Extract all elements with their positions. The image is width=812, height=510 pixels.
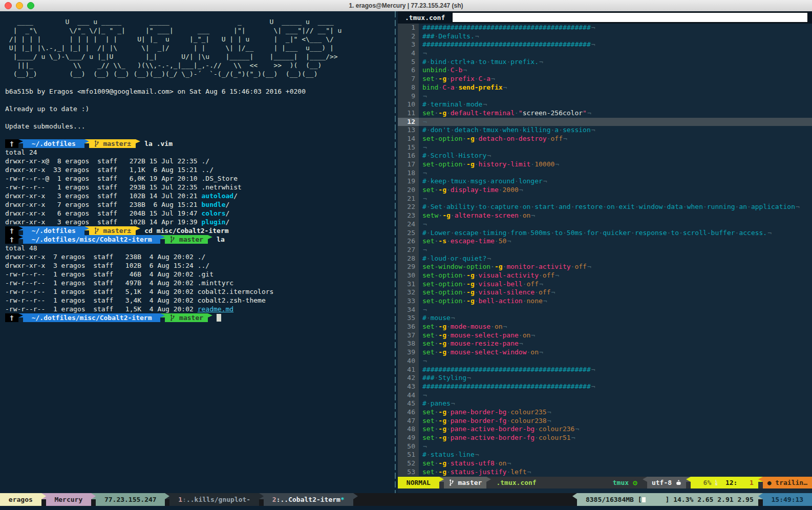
vim-line: 39set·-g·mouse-select-window·on¬ — [398, 348, 812, 357]
git-branch-icon — [169, 314, 175, 322]
vim-code-text: #·Lower·escape·timing·from·500ms·to·50ms… — [419, 229, 812, 238]
vim-code-text: set·-g·status-utf8·on¬ — [419, 459, 812, 468]
file-row: drwxr-xr-x 33 eragos staff 1,1K 6 Aug 15… — [5, 165, 393, 174]
trailing-whitespace-warning: ● trailin… — [763, 477, 812, 488]
vim-line-number: 42 — [398, 374, 419, 383]
gear-icon: ⚙ — [633, 478, 637, 487]
vim-line: 4¬ — [398, 49, 812, 58]
vim-line: 1#######################################… — [398, 24, 812, 32]
vim-code-text: #·mouse¬ — [419, 314, 812, 323]
vim-code-text: set·-g·default-terminal·"screen-256color… — [419, 109, 812, 118]
vim-code-text: set·-g·prefix·C-a¬ — [419, 75, 812, 83]
vim-code-text: set·-g·pane-border-fg·colour238¬ — [419, 417, 812, 426]
file-row: drwxr-xr-x 7 eragos staff 238B 6 Aug 15:… — [5, 200, 393, 209]
shell-pane[interactable]: ____ U ___ u _____ _____ _ U _____ u ___… — [0, 11, 393, 493]
vim-line-number: 43 — [398, 383, 419, 391]
vim-code-text: ¬ — [419, 220, 812, 229]
vim-line-number: 6 — [398, 66, 419, 75]
tmux-window-1[interactable]: 1:..kills/gnuplot- — [169, 493, 259, 506]
vim-line: 38set·-g·mouse-resize-pane¬ — [398, 339, 812, 348]
blank-line — [5, 78, 393, 87]
vim-code-text: #·panes¬ — [419, 399, 812, 408]
vim-line-number: 51 — [398, 451, 419, 459]
prompt-status-segment: † — [5, 313, 18, 322]
powerline-separator — [486, 477, 491, 482]
vim-line: 30set-option·-g·visual-activity·off¬ — [398, 271, 812, 280]
vim-line-number: 16 — [398, 152, 419, 160]
dagger-icon: † — [10, 139, 14, 148]
file-name: ./ — [198, 252, 206, 261]
powerline-separator — [758, 477, 763, 482]
vim-tabline-fill — [452, 12, 808, 23]
file-name[interactable]: readme.md — [198, 305, 233, 313]
vim-code-text: set·-g·pane-active-border-fg·colour51¬ — [419, 434, 812, 442]
vim-line: 14set-option·-g·detach-on-destroy·off¬ — [398, 135, 812, 143]
vim-line: 29set-window-option·-g·monitor-activity·… — [398, 263, 812, 271]
powerline-separator — [353, 493, 358, 499]
prompt-status-segment: † — [5, 226, 18, 235]
vim-line-number: 7 — [398, 75, 419, 83]
file-row: drwxr-xr-x@ 8 eragos staff 272B 15 Jul 2… — [5, 157, 393, 165]
shell-prompt: † ~/.dotfiles master±cd misc/Cobalt2-ite… — [5, 226, 393, 235]
memory-gauge-icon — [642, 497, 666, 502]
vim-line-number: 46 — [398, 408, 419, 417]
vim-code-text: ###·Defaults.¬ — [419, 32, 812, 41]
terminal-window: 1. eragos@Mercury | 77.23.155.247 (sh) _… — [0, 0, 812, 510]
vim-line: 25#·Lower·escape·timing·from·500ms·to·50… — [398, 229, 812, 238]
file-row: drwxr-xr-x 3 eragos staff 102B 6 Aug 15:… — [5, 261, 393, 270]
vim-code-text: set·-g·mode-mouse·on¬ — [419, 323, 812, 331]
file-row: -rw-r--r-- 1 eragos staff 5,1K 4 Aug 20:… — [5, 287, 393, 296]
powerline-separator — [160, 313, 165, 317]
file-name: .DS_Store — [202, 174, 238, 183]
powerline-separator — [643, 477, 647, 482]
vim-mode-indicator: NORMAL — [398, 477, 439, 488]
vim-buffer[interactable]: 1#######################################… — [398, 24, 812, 476]
tmux-pane-border[interactable] — [393, 11, 398, 493]
vim-pane[interactable]: .tmux.conf 1############################… — [398, 11, 812, 493]
file-row: drwxr-xr-x 7 eragos staff 238B 4 Aug 20:… — [5, 252, 393, 261]
vim-line: 37set·-g·mouse-select-pane·on¬ — [398, 331, 812, 340]
vim-line: 49set·-g·pane-active-border-fg·colour51¬ — [398, 434, 812, 442]
file-name: bundle — [202, 200, 226, 209]
vim-line-number: 21 — [398, 195, 419, 203]
powerline-separator — [160, 235, 165, 239]
encoding-segment: utf-8 — [647, 477, 686, 488]
listing-total: total 24 — [5, 148, 393, 157]
vim-code-text: bind·C-a·send-prefix¬ — [419, 83, 812, 92]
vim-line-number: 27 — [398, 246, 419, 254]
prompt-path-segment: ~/.dotfiles — [23, 139, 84, 148]
vim-line-number: 11 — [398, 109, 419, 118]
powerline-separator — [758, 493, 763, 499]
vim-line-number: 18 — [398, 169, 419, 178]
vim-line: 10#·terminal·mode¬ — [398, 100, 812, 109]
file-name: plugin — [202, 218, 226, 226]
vim-line: 24¬ — [398, 220, 812, 229]
vim-line-number: 53 — [398, 468, 419, 477]
vim-line-number: 13 — [398, 126, 419, 135]
vim-line-number: 37 — [398, 331, 419, 340]
vim-line-number: 39 — [398, 348, 419, 357]
vim-tab-tmux-conf[interactable]: .tmux.conf — [398, 14, 451, 22]
vim-line: 28#·loud·or·quiet?¬ — [398, 254, 812, 263]
vim-line: 16#·Scroll·History¬ — [398, 152, 812, 160]
git-branch-icon — [94, 140, 99, 147]
vim-line: 9¬ — [398, 92, 812, 101]
vim-code-text: #·status·line¬ — [419, 451, 812, 459]
powerline-separator — [41, 493, 46, 499]
vim-line: 32set-option·-g·visual-silence·off¬ — [398, 288, 812, 297]
prompt-path-segment: ~/.dotfiles/misc/Cobalt2-iterm — [23, 235, 160, 244]
vim-line-number: 4 — [398, 49, 419, 58]
vim-code-text: set-option·-g·history-limit·10000¬ — [419, 160, 812, 169]
git-branch-icon — [169, 236, 175, 243]
vim-line-number: 14 — [398, 135, 419, 143]
powerline-separator — [686, 477, 691, 482]
ascii-art-line: /| | | | | | | | | | U| |_ u |_"_| U | |… — [5, 35, 393, 44]
prompt-status-segment: † — [5, 139, 18, 148]
vim-code-text: set·-g·pane-active-border-bg·colour236¬ — [419, 425, 812, 434]
tmux-window-2[interactable]: 2:..Cobalt2-iterm* — [264, 493, 353, 506]
prompt-path-segment: ~/.dotfiles — [23, 226, 84, 235]
vim-line-number: 26 — [398, 237, 419, 246]
vim-code-text: ########################################… — [419, 40, 812, 49]
vim-code-text: set-option·-g·visual-activity·off¬ — [419, 271, 812, 280]
vim-line-number: 24 — [398, 220, 419, 229]
